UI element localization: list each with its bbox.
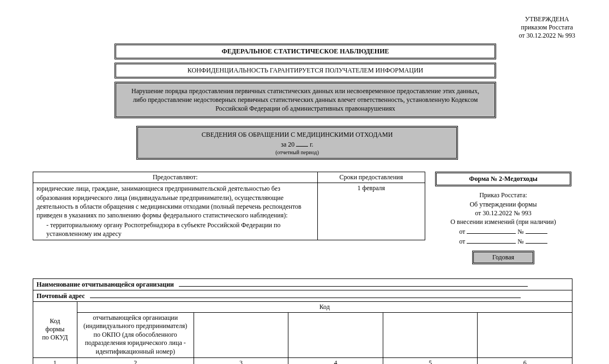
header-title-1: ФЕДЕРАЛЬНОЕ СТАТИСТИЧЕСКОЕ НАБЛЮДЕНИЕ bbox=[116, 45, 495, 58]
okud-label-cell: Код формы по ОКУД bbox=[33, 301, 77, 357]
annual-label: Годовая bbox=[473, 252, 533, 263]
col-num-3: 3 bbox=[194, 357, 288, 364]
num-label-1: № bbox=[517, 228, 523, 235]
info-title: СВЕДЕНИЯ ОБ ОБРАЩЕНИИ С МЕДИЦИНСКИМИ ОТХ… bbox=[143, 130, 451, 139]
provide-body-cell: юридические лица, граждане, занимающиеся… bbox=[33, 183, 318, 240]
change-num-blank-1[interactable] bbox=[526, 227, 547, 234]
okud-label-1: Код bbox=[50, 317, 60, 325]
code-col-4-blank[interactable] bbox=[288, 312, 383, 357]
col-num-4: 4 bbox=[288, 357, 383, 364]
col-num-1: 1 bbox=[33, 357, 77, 364]
codes-table: Наименование отчитывающейся организации … bbox=[33, 278, 572, 364]
header-box-2: КОНФИДЕНЦИАЛЬНОСТЬ ГАРАНТИРУЕТСЯ ПОЛУЧАТ… bbox=[114, 63, 496, 78]
num-label-2: № bbox=[517, 238, 523, 245]
order-line-1: Приказ Росстата: bbox=[435, 191, 571, 199]
org-name-label: Наименование отчитывающейся организации bbox=[37, 281, 174, 288]
provide-table: Предоставляют: Сроки предоставления юрид… bbox=[33, 172, 425, 240]
change-row-1: от № bbox=[435, 227, 571, 236]
col-num-2: 2 bbox=[77, 357, 194, 364]
info-period-note: (отчетный период) bbox=[143, 149, 451, 156]
info-year-prefix: за 20 bbox=[281, 141, 294, 148]
form-name: Форма № 2-Медотходы bbox=[436, 173, 570, 185]
order-line-2: Об утверждении формы bbox=[435, 200, 571, 209]
header-title-2: КОНФИДЕНЦИАЛЬНОСТЬ ГАРАНТИРУЕТСЯ ПОЛУЧАТ… bbox=[116, 64, 495, 77]
col-num-5: 5 bbox=[383, 357, 478, 364]
ot-label-1: от bbox=[459, 228, 465, 235]
approval-line-2: приказом Росстата bbox=[518, 23, 575, 32]
provide-deadline: 1 февраля bbox=[317, 183, 425, 240]
change-date-blank-2[interactable] bbox=[467, 237, 516, 244]
addr-row: Почтовый адрес bbox=[33, 290, 572, 301]
changes-line: О внесении изменений (при наличии) bbox=[435, 217, 571, 226]
annual-box: Годовая bbox=[472, 251, 534, 264]
info-inner: СВЕДЕНИЯ ОБ ОБРАЩЕНИИ С МЕДИЦИНСКИМИ ОТХ… bbox=[137, 127, 457, 159]
info-year-line: за 20 г. bbox=[143, 139, 451, 149]
header-box-1: ФЕДЕРАЛЬНОЕ СТАТИСТИЧЕСКОЕ НАБЛЮДЕНИЕ bbox=[114, 44, 496, 59]
approval-stamp: УТВЕРЖДЕНА приказом Росстата от 30.12.20… bbox=[518, 15, 575, 40]
okud-label-3: по ОКУД bbox=[42, 333, 68, 341]
code-header: Код bbox=[77, 301, 572, 312]
provide-header-2: Сроки предоставления bbox=[317, 172, 425, 183]
order-line-3: от 30.12.2022 № 993 bbox=[435, 209, 571, 217]
provide-header-1: Предоставляют: bbox=[33, 172, 318, 183]
approval-line-1: УТВЕРЖДЕНА bbox=[518, 15, 575, 23]
addr-label: Почтовый адрес bbox=[37, 292, 85, 300]
warning-box: Нарушение порядка предоставления первичн… bbox=[114, 82, 496, 118]
addr-blank[interactable] bbox=[90, 292, 521, 298]
code-col-6-blank[interactable] bbox=[478, 312, 572, 357]
change-row-2: от № bbox=[435, 237, 571, 246]
provide-body: юридические лица, граждане, занимающиеся… bbox=[37, 184, 314, 220]
ot-label-2: от bbox=[459, 238, 465, 245]
org-name-row: Наименование отчитывающейся организации bbox=[33, 278, 572, 290]
year-input-blank[interactable] bbox=[296, 139, 308, 147]
provide-sub: - территориальному органу Роспотребнадзо… bbox=[37, 221, 314, 238]
info-year-suffix: г. bbox=[310, 141, 313, 148]
change-num-blank-2[interactable] bbox=[526, 237, 547, 244]
okpo-desc: отчитывающейся организации (индивиду­аль… bbox=[77, 312, 194, 357]
code-col-5-blank[interactable] bbox=[383, 312, 478, 357]
form-sidebar: Форма № 2-Медотходы Приказ Росстата: Об … bbox=[435, 172, 571, 264]
warning-text: Нарушение порядка предоставления первичн… bbox=[116, 83, 495, 117]
code-col-3-blank[interactable] bbox=[194, 312, 288, 357]
change-date-blank-1[interactable] bbox=[467, 227, 516, 234]
approval-line-3: от 30.12.2022 № 993 bbox=[518, 32, 575, 40]
info-box: СВЕДЕНИЯ ОБ ОБРАЩЕНИИ С МЕДИЦИНСКИМИ ОТХ… bbox=[136, 126, 458, 160]
form-title-box: Форма № 2-Медотходы bbox=[435, 172, 571, 186]
okud-label-2: формы bbox=[45, 325, 64, 333]
col-num-6: 6 bbox=[478, 357, 572, 364]
org-name-blank[interactable] bbox=[179, 280, 528, 287]
